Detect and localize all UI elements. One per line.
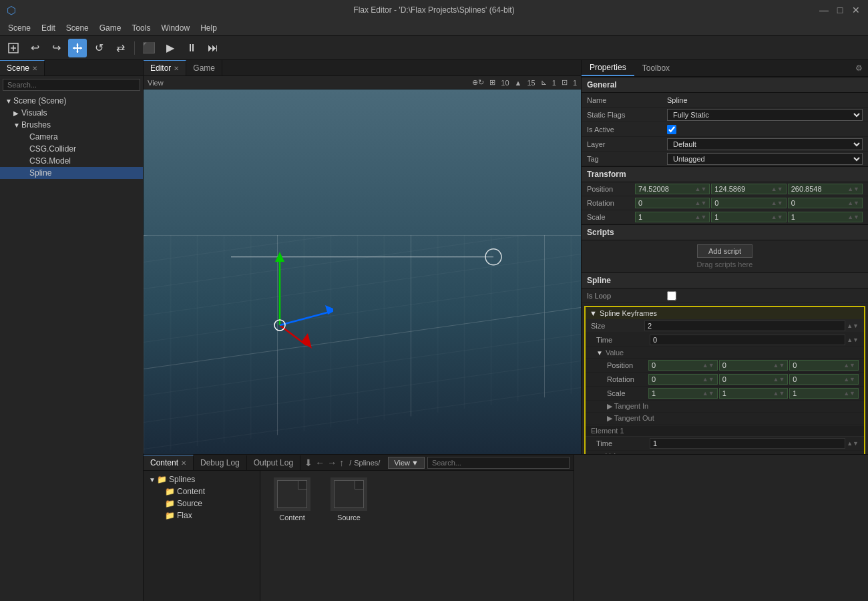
- toolbox-tab[interactable]: Toolbox: [634, 61, 678, 75]
- scale-y-input[interactable]: [714, 213, 771, 221]
- view-dropdown-button[interactable]: View ▼: [388, 457, 425, 469]
- nav-forward-button[interactable]: →: [326, 456, 338, 469]
- kf-scl0-z[interactable]: ▲▼: [789, 388, 859, 399]
- play-button[interactable]: ▶: [161, 39, 180, 57]
- menu-scene[interactable]: Scene: [3, 22, 36, 34]
- arrow-icon[interactable]: ▲▼: [702, 362, 714, 369]
- rotation-z-input[interactable]: [791, 199, 847, 207]
- kf-scl0-x-input[interactable]: [652, 389, 702, 397]
- layer-select[interactable]: Default: [667, 138, 863, 150]
- scale-y-field[interactable]: ▲▼: [711, 212, 786, 222]
- rotation-z-arrow[interactable]: ▲▼: [847, 200, 859, 206]
- redo-button[interactable]: ↪: [47, 39, 65, 57]
- kf-scl0-x[interactable]: ▲▼: [648, 388, 718, 399]
- scale-x-input[interactable]: [638, 213, 694, 221]
- kf-pos0-y-input[interactable]: [722, 361, 773, 369]
- close-button[interactable]: ✕: [851, 5, 861, 15]
- tree-splines[interactable]: ▼ 📁 Splines: [144, 473, 260, 485]
- properties-gear-icon[interactable]: ⚙: [850, 61, 868, 75]
- nav-back-button[interactable]: ←: [314, 456, 326, 469]
- editor-tab[interactable]: Editor ✕: [144, 60, 186, 75]
- path-splines[interactable]: Splines/: [354, 459, 380, 467]
- arrow-icon[interactable]: ▲▼: [843, 362, 855, 369]
- tree-content[interactable]: ▶ 📁 Content: [144, 485, 260, 497]
- kf-tangent-out0[interactable]: ▶ Tangent Out: [586, 413, 864, 425]
- menu-edit[interactable]: Edit: [36, 22, 61, 34]
- file-content[interactable]: Content: [267, 477, 317, 522]
- nav-up-button[interactable]: ↑: [338, 456, 345, 469]
- maximize-button[interactable]: □: [835, 5, 845, 15]
- kf-tangent-in0[interactable]: ▶ Tangent In: [586, 401, 864, 413]
- undo-button[interactable]: ↩: [25, 39, 44, 57]
- tree-item-brushes[interactable]: ▼ Brushes: [0, 119, 143, 131]
- arrow-icon[interactable]: ▲▼: [843, 376, 855, 383]
- kf-rot0-z-input[interactable]: [793, 375, 843, 383]
- content-tab[interactable]: Content ✕: [144, 455, 194, 470]
- menu-scene2[interactable]: Scene: [61, 22, 94, 34]
- debug-log-tab[interactable]: Debug Log: [194, 455, 247, 470]
- kf-scl0-z-input[interactable]: [793, 389, 843, 397]
- scale-z-input[interactable]: [791, 213, 847, 221]
- kf-rot0-x[interactable]: ▲▼: [648, 374, 718, 385]
- translate-button[interactable]: [68, 39, 87, 57]
- static-flags-select[interactable]: Fully Static: [667, 109, 863, 121]
- viewport-canvas[interactable]: [144, 89, 581, 454]
- content-search-input[interactable]: [427, 457, 570, 469]
- arrow-icon[interactable]: ▲▼: [843, 390, 855, 397]
- scene-search-input[interactable]: [3, 79, 140, 91]
- position-z-arrow[interactable]: ▲▼: [847, 186, 859, 192]
- tree-item-csg-collider[interactable]: ▶ CSG.Collider: [0, 143, 143, 155]
- tag-select[interactable]: Untagged: [667, 153, 863, 165]
- menu-help[interactable]: Help: [195, 22, 222, 34]
- menu-tools[interactable]: Tools: [126, 22, 156, 34]
- arrow-icon[interactable]: ▲▼: [773, 376, 785, 383]
- menu-game[interactable]: Game: [94, 22, 127, 34]
- tree-item-spline[interactable]: ▶ Spline: [0, 167, 143, 179]
- rotation-x-arrow[interactable]: ▲▼: [695, 200, 707, 206]
- rotation-z-field[interactable]: ▲▼: [788, 198, 863, 208]
- scene-tab-close[interactable]: ✕: [32, 65, 37, 72]
- tree-source[interactable]: ▶ 📁 Source: [144, 497, 260, 510]
- kf-pos0-x[interactable]: ▲▼: [648, 360, 718, 371]
- properties-tab[interactable]: Properties: [582, 60, 634, 76]
- arrow-icon[interactable]: ▲▼: [773, 362, 785, 369]
- arrow-icon[interactable]: ▲▼: [773, 390, 785, 397]
- arrow-icon[interactable]: ▲▼: [702, 390, 714, 397]
- step-button[interactable]: ⏭: [204, 39, 222, 57]
- new-scene-button[interactable]: [4, 39, 23, 57]
- is-loop-checkbox[interactable]: [667, 291, 676, 300]
- rotation-y-input[interactable]: [714, 199, 771, 207]
- pause-button[interactable]: ⏸: [182, 39, 201, 57]
- rotation-x-field[interactable]: ▲▼: [635, 198, 710, 208]
- kf-rot0-y[interactable]: ▲▼: [719, 374, 789, 385]
- kf-size-arrow[interactable]: ▲▼: [847, 323, 859, 329]
- position-y-arrow[interactable]: ▲▼: [771, 186, 783, 192]
- position-x-field[interactable]: ▲▼: [635, 184, 710, 194]
- position-x-input[interactable]: [638, 185, 694, 193]
- kf-size-input[interactable]: [644, 321, 845, 331]
- tree-item-scene[interactable]: ▼ Scene (Scene): [0, 95, 143, 107]
- output-log-tab[interactable]: Output Log: [247, 455, 300, 470]
- kf-time0-input[interactable]: [650, 335, 845, 345]
- editor-tab-close[interactable]: ✕: [174, 65, 179, 72]
- kf-time1-arrow[interactable]: ▲▼: [847, 440, 859, 447]
- scale-x-field[interactable]: ▲▼: [635, 212, 710, 222]
- build-button[interactable]: ⬛: [140, 39, 158, 57]
- menu-window[interactable]: Window: [156, 22, 195, 34]
- minimize-button[interactable]: —: [819, 5, 829, 15]
- scale-button[interactable]: ⇄: [111, 39, 130, 57]
- kf-pos0-y[interactable]: ▲▼: [719, 360, 789, 371]
- kf-rot0-x-input[interactable]: [652, 375, 702, 383]
- scene-tab[interactable]: Scene ✕: [0, 60, 45, 75]
- import-button[interactable]: ⬇: [303, 456, 314, 469]
- add-script-button[interactable]: Add script: [697, 244, 752, 258]
- kf-pos0-z-input[interactable]: [793, 361, 843, 369]
- tree-item-camera[interactable]: ▶ Camera: [0, 131, 143, 143]
- position-z-input[interactable]: [791, 185, 847, 193]
- kf-time0-arrow[interactable]: ▲▼: [847, 337, 859, 343]
- kf-pos0-z[interactable]: ▲▼: [789, 360, 859, 371]
- arrow-icon[interactable]: ▲▼: [702, 376, 714, 383]
- is-active-checkbox[interactable]: [667, 125, 676, 134]
- file-source[interactable]: Source: [324, 477, 374, 522]
- scale-z-field[interactable]: ▲▼: [788, 212, 863, 222]
